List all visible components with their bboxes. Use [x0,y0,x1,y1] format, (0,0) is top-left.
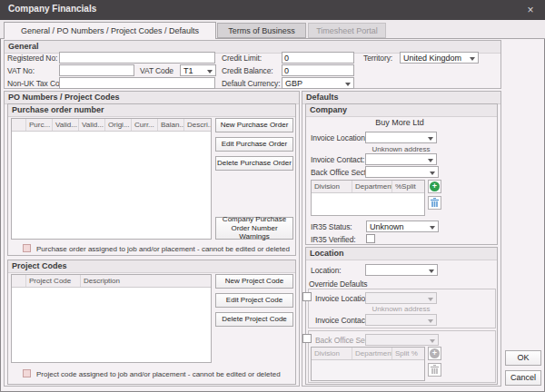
vat-code-select[interactable]: T1 [180,64,216,76]
invoice-contact-label: Invoice Contact: [311,155,364,164]
tab-general-po-project-defaults[interactable]: General / PO Numbers / Project Codes / D… [4,22,216,39]
delete-purchase-order-button[interactable]: Delete Purchase Order [215,156,293,171]
chevron-down-icon [428,159,433,162]
override-invoice-checkbox[interactable] [302,292,312,301]
delete-split-button[interactable] [428,196,441,210]
purchase-order-legend-text: Purchase order assigned to job and/or pl… [36,245,290,253]
split-col-division: Division [312,348,352,359]
invoice-address-text: Unknown address [365,145,437,153]
company-name: Buy More Ltd [327,118,472,127]
invoice-contact-select[interactable] [365,153,437,165]
po-project-group-title: PO Numbers / Project Codes [5,92,299,104]
non-uk-tax-code-input[interactable] [59,77,215,89]
add-split-button[interactable]: + [428,180,441,193]
vat-code-value: T1 [183,66,193,75]
add-icon: + [430,348,440,358]
credit-limit-input[interactable] [282,52,354,64]
ir35-verified-label: IR35 Verified: [311,235,356,244]
territory-select[interactable]: United Kingdom [400,52,479,64]
division-split-grid[interactable]: Division Department %Split [311,180,425,216]
chevron-down-icon [430,226,435,230]
ir35-status-label: IR35 Status: [311,222,352,231]
override-back-office-sector-select [365,334,439,346]
window-title: Company Financials [8,4,96,14]
credit-limit-label: Credit Limit: [222,54,262,63]
registered-no-input[interactable] [59,52,215,64]
split-col-department: Department [352,348,392,359]
pc-col-description: Description [81,275,211,287]
chevron-down-icon [428,298,433,301]
override-invoice-location-select [365,292,437,304]
default-currency-value: GBP [285,79,302,88]
purchase-order-group-title: Purchase order number [8,104,295,117]
split-col-percent: %Split [392,181,424,192]
po-col-currency: Curr... [132,119,158,131]
purchase-order-grid[interactable]: Purc... Valid... Valid... Origi... Curr.… [11,118,212,240]
split-col-division: Division [312,181,352,192]
ir35-verified-checkbox[interactable] [366,234,375,243]
credit-balance-input[interactable] [282,64,354,76]
company-po-warnings-button[interactable]: Company Purchase Order Number Warnings [215,217,293,240]
back-office-sector-select[interactable] [365,166,439,178]
territory-label: Territory: [363,54,392,63]
add-icon: + [430,181,440,191]
pc-col-project-code: Project Code [26,275,81,287]
division-split-grid-header: Division Department %Split [312,181,424,193]
location-select[interactable] [365,264,438,276]
override-delete-split-button [428,363,441,377]
override-invoice-location-label: Invoice Location: [315,294,372,303]
invoice-location-label: Invoice Location: [311,133,367,142]
project-codes-group-title: Project Codes [8,260,295,273]
location-group-title: Location [306,248,497,260]
override-sector-checkbox[interactable] [302,334,312,343]
cancel-button[interactable]: Cancel [505,370,541,386]
po-col-balance: Balan... [158,119,184,131]
chevron-down-icon [470,57,475,61]
tab-terms-of-business[interactable]: Terms of Business [217,23,306,38]
project-codes-grid[interactable]: Project Code Description [11,274,212,363]
po-col-purchase: Purc... [26,119,53,131]
split-col-percent: Split % [392,348,424,359]
tab-timesheet-portal: Timesheet Portal [308,23,386,38]
override-invoice-contact-label: Invoice Contact: [315,316,369,325]
project-codes-grid-header: Project Code Description [12,275,211,288]
default-currency-label: Default Currency: [222,79,280,88]
trash-icon [431,198,439,208]
ok-button[interactable]: OK [505,350,541,366]
override-invoice-contact-select [365,314,437,326]
purchase-order-grid-header: Purc... Valid... Valid... Origi... Curr.… [12,119,211,132]
company-group-title: Company [306,104,497,117]
chevron-down-icon [207,70,213,74]
company-financials-dialog: Company Financials × General / PO Number… [0,0,545,392]
po-col-valid-from: Valid... [53,119,79,131]
vat-code-label: VAT Code [140,66,173,75]
delete-project-code-button[interactable]: Delete Project Code [215,312,293,327]
po-col-original: Origi... [105,119,132,131]
chevron-down-icon [430,339,435,343]
grid-selector-column [12,275,26,287]
chevron-down-icon [428,137,433,141]
split-col-department: Department [352,181,392,192]
ir35-status-select[interactable]: Unknown [366,220,439,232]
new-project-code-button[interactable]: New Project Code [215,274,293,289]
edit-project-code-button[interactable]: Edit Project Code [215,293,293,308]
ir35-status-value: Unknown [370,222,404,231]
chevron-down-icon [345,83,351,86]
defaults-group-title: Defaults [302,92,500,104]
purchase-order-legend-swatch [23,244,31,252]
project-codes-legend-text: Project code assigned to job and/or plac… [36,370,281,378]
close-icon[interactable]: × [523,3,538,17]
invoice-location-select[interactable] [365,132,437,143]
location-label: Location: [311,266,342,275]
grid-selector-column [12,119,26,131]
default-currency-select[interactable]: GBP [282,77,354,89]
tab-strip: General / PO Numbers / Project Codes / D… [0,20,545,39]
chevron-down-icon [428,319,433,323]
credit-balance-label: Credit Balance: [222,66,273,75]
vat-no-input[interactable] [59,64,134,76]
titlebar: Company Financials × [0,0,545,20]
override-division-split-grid: Division Department Split % [311,347,425,381]
new-purchase-order-button[interactable]: New Purchase Order [215,118,293,132]
override-division-split-grid-header: Division Department Split % [312,348,424,360]
edit-purchase-order-button[interactable]: Edit Purchase Order [215,137,293,152]
